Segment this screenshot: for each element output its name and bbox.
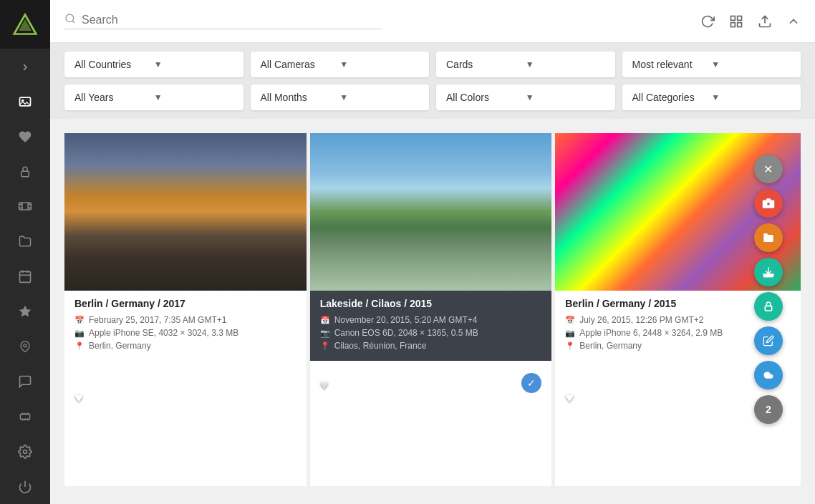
search-underline xyxy=(64,29,382,29)
photo-title-lakeside: Lakeside / Cilaos / 2015 xyxy=(320,298,542,309)
fab-count-button[interactable]: 2 xyxy=(754,395,783,424)
categories-filter-arrow: ▼ xyxy=(711,92,791,102)
photo-camera-lakeside: 📷 Canon EOS 6D, 2048 × 1365, 0.5 MB xyxy=(320,328,542,338)
cameras-filter-arrow: ▼ xyxy=(339,59,419,69)
sidebar: › xyxy=(0,0,50,504)
countries-filter[interactable]: All Countries ▼ xyxy=(64,52,243,77)
fab-column: ✕ 2 xyxy=(754,155,783,424)
search-container xyxy=(64,13,382,27)
view-filter[interactable]: Cards ▼ xyxy=(436,52,615,77)
filters-panel: All Countries ▼ All Cameras ▼ Cards ▼ Mo… xyxy=(50,43,815,119)
svg-rect-19 xyxy=(24,413,26,414)
photo-location-lakeside: 📍 Cilaos, Réunion, France xyxy=(320,341,542,351)
svg-rect-4 xyxy=(21,171,29,177)
svg-point-33 xyxy=(767,203,770,205)
photo-camera-berlin-2017: 📷 Apple iPhone SE, 4032 × 3024, 3.3 MB xyxy=(74,328,296,338)
view-filter-arrow: ▼ xyxy=(526,59,605,69)
sidebar-item-favorites[interactable] xyxy=(0,119,50,154)
calendar-icon: 📅 xyxy=(74,316,85,325)
photo-image-lakeside xyxy=(310,133,552,291)
header-actions xyxy=(700,14,801,29)
sidebar-item-power[interactable] xyxy=(0,469,50,504)
search-wrap xyxy=(64,13,382,29)
svg-rect-27 xyxy=(731,16,736,20)
months-filter[interactable]: All Months ▼ xyxy=(251,84,430,110)
svg-point-16 xyxy=(24,344,26,347)
sidebar-item-folder[interactable] xyxy=(0,224,50,259)
fab-close-button[interactable]: ✕ xyxy=(754,155,783,183)
svg-rect-21 xyxy=(21,419,23,420)
sidebar-item-star[interactable] xyxy=(0,294,50,329)
svg-rect-17 xyxy=(20,414,29,419)
favorite-button-berlin-2015[interactable]: ♥ xyxy=(565,389,574,406)
cameras-filter[interactable]: All Cameras ▼ xyxy=(251,52,430,77)
fab-folder-button[interactable] xyxy=(754,223,783,252)
grid-view-button[interactable] xyxy=(729,14,743,29)
months-filter-arrow: ▼ xyxy=(339,92,419,102)
photo-info-berlin-2017: Berlin / Germany / 2017 📅 February 25, 2… xyxy=(64,291,307,361)
photo-image-berlin-2017 xyxy=(64,133,307,291)
svg-rect-5 xyxy=(19,203,32,210)
years-filter[interactable]: All Years ▼ xyxy=(64,84,243,110)
svg-rect-35 xyxy=(765,306,771,311)
app-logo[interactable] xyxy=(0,0,50,49)
sidebar-item-location[interactable] xyxy=(0,329,50,364)
photo-card-berlin-2017[interactable]: ♥ Berlin / Germany / 2017 📅 February 25,… xyxy=(64,133,307,486)
location-icon-berlin-2015: 📍 xyxy=(565,341,575,351)
sidebar-item-photos[interactable] xyxy=(0,84,50,119)
fab-cloud-button[interactable] xyxy=(754,361,783,389)
location-icon-lakeside: 📍 xyxy=(320,341,330,351)
calendar-icon-lakeside: 📅 xyxy=(320,316,330,325)
fab-edit-button[interactable] xyxy=(754,326,783,355)
photo-date-lakeside: 📅 November 20, 2015, 5:20 AM GMT+4 xyxy=(320,315,542,325)
camera-icon-berlin-2015: 📷 xyxy=(565,329,575,338)
main-content: All Countries ▼ All Cameras ▼ Cards ▼ Mo… xyxy=(50,0,815,504)
photo-location-berlin-2017: 📍 Berlin, Germany xyxy=(74,341,296,351)
select-button-lakeside[interactable]: ✓ xyxy=(521,373,541,393)
photo-title-berlin-2017: Berlin / Germany / 2017 xyxy=(74,298,296,309)
photo-info-lakeside: Lakeside / Cilaos / 2015 📅 November 20, … xyxy=(310,291,552,361)
header xyxy=(50,0,815,43)
categories-filter[interactable]: All Categories ▼ xyxy=(622,84,801,110)
sidebar-item-filmstrip[interactable] xyxy=(0,399,50,434)
svg-rect-18 xyxy=(21,413,23,414)
sidebar-item-calendar[interactable] xyxy=(0,259,50,294)
photo-gallery: ♥ Berlin / Germany / 2017 📅 February 25,… xyxy=(50,119,815,504)
fab-lock-button[interactable] xyxy=(754,292,783,321)
svg-rect-30 xyxy=(738,22,742,26)
photo-card-berlin-2015[interactable]: ♥ Berlin / Germany / 2015 📅 July 26, 201… xyxy=(555,133,801,486)
sidebar-item-film[interactable] xyxy=(0,189,50,224)
photo-card-lakeside[interactable]: ♥ ✓ Lakeside / Cilaos / 2015 📅 November … xyxy=(310,133,552,486)
collapse-button[interactable] xyxy=(786,14,801,29)
years-filter-arrow: ▼ xyxy=(154,92,233,102)
svg-rect-28 xyxy=(738,16,742,20)
colors-filter[interactable]: All Colors ▼ xyxy=(436,84,615,110)
calendar-icon-berlin-2015: 📅 xyxy=(565,316,575,325)
location-icon: 📍 xyxy=(74,341,85,351)
camera-icon-lakeside: 📷 xyxy=(320,329,330,338)
svg-rect-22 xyxy=(24,419,26,420)
fab-camera-button[interactable] xyxy=(754,189,783,218)
sidebar-item-expand[interactable]: › xyxy=(0,49,50,84)
sort-filter[interactable]: Most relevant ▼ xyxy=(622,52,801,77)
svg-rect-29 xyxy=(731,22,736,26)
upload-button[interactable] xyxy=(758,14,772,29)
svg-rect-12 xyxy=(20,272,31,283)
favorite-button-berlin-2017[interactable]: ♥ xyxy=(74,389,83,406)
search-input[interactable] xyxy=(82,14,382,26)
sidebar-item-chat[interactable] xyxy=(0,364,50,399)
countries-filter-arrow: ▼ xyxy=(154,59,233,69)
fab-download-button[interactable] xyxy=(754,258,783,286)
sidebar-item-settings[interactable] xyxy=(0,434,50,469)
camera-icon: 📷 xyxy=(74,329,85,338)
svg-rect-23 xyxy=(27,419,29,420)
favorite-button-lakeside[interactable]: ♥ xyxy=(320,377,329,393)
photo-date-berlin-2017: 📅 February 25, 2017, 7:35 AM GMT+1 xyxy=(74,315,296,325)
colors-filter-arrow: ▼ xyxy=(526,92,605,102)
search-icon xyxy=(64,13,76,27)
sort-filter-arrow: ▼ xyxy=(711,59,791,69)
svg-point-24 xyxy=(24,450,27,453)
sidebar-item-lock[interactable] xyxy=(0,154,50,189)
refresh-button[interactable] xyxy=(700,14,715,29)
svg-rect-20 xyxy=(27,413,29,414)
